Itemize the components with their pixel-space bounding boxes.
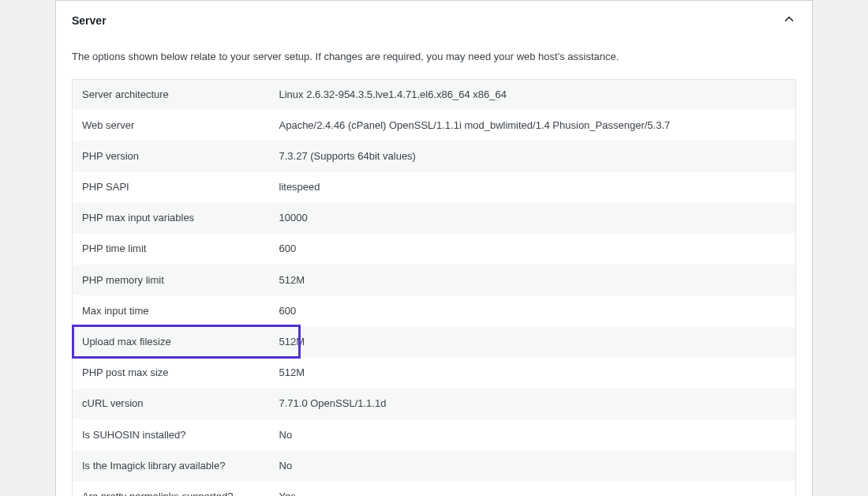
row-value: Yes (270, 481, 796, 496)
server-panel: Server The options shown below relate to… (55, 0, 813, 496)
table-row: PHP SAPIlitespeed (73, 172, 796, 203)
panel-description: The options shown below relate to your s… (72, 49, 796, 65)
row-label: Is the Imagick library available? (73, 450, 270, 481)
server-info-table: Server architectureLinux 2.6.32-954.3.5.… (72, 79, 796, 497)
row-label: PHP version (73, 141, 270, 171)
panel-title: Server (72, 14, 107, 27)
row-value: 7.3.27 (Supports 64bit values) (270, 141, 796, 171)
row-value: 600 (270, 295, 796, 326)
table-row: Are pretty permalinks supported?Yes (73, 481, 796, 496)
row-value: Apache/2.4.46 (cPanel) OpenSSL/1.1.1i mo… (270, 110, 796, 141)
table-row: Server architectureLinux 2.6.32-954.3.5.… (73, 79, 796, 110)
row-label: Server architecture (73, 79, 270, 110)
row-label: cURL version (73, 389, 270, 419)
row-label: PHP post max size (73, 358, 270, 389)
panel-body: The options shown below relate to your s… (56, 49, 812, 496)
table-row: cURL version7.71.0 OpenSSL/1.1.1d (73, 389, 796, 419)
row-label: Is SUHOSIN installed? (73, 419, 270, 450)
table-row: PHP post max size512M (73, 358, 796, 389)
row-label: Upload max filesize (73, 327, 270, 358)
row-value: 600 (270, 234, 796, 265)
row-label: Web server (73, 110, 270, 141)
table-row: Is the Imagick library available?No (73, 450, 796, 481)
row-label: Max input time (73, 295, 270, 326)
table-row: PHP time limit600 (73, 234, 796, 265)
table-container: Server architectureLinux 2.6.32-954.3.5.… (72, 79, 796, 497)
table-row: PHP version7.3.27 (Supports 64bit values… (73, 141, 796, 171)
row-value: 7.71.0 OpenSSL/1.1.1d (270, 389, 796, 419)
row-value: 512M (270, 358, 796, 389)
row-value: 512M (270, 327, 796, 358)
table-row: Max input time600 (73, 295, 796, 326)
row-value: No (270, 450, 796, 481)
table-row: Is SUHOSIN installed?No (73, 419, 796, 450)
collapse-toggle[interactable] (782, 12, 796, 28)
chevron-up-icon (782, 12, 796, 28)
row-value: litespeed (270, 172, 796, 203)
row-label: PHP time limit (73, 234, 270, 265)
table-row: PHP max input variables10000 (73, 203, 796, 234)
row-value: 512M (270, 265, 796, 295)
row-value: Linux 2.6.32-954.3.5.lve1.4.71.el6.x86_6… (270, 79, 796, 110)
panel-header[interactable]: Server (56, 1, 812, 38)
row-label: Are pretty permalinks supported? (73, 481, 270, 496)
row-label: PHP memory limit (73, 265, 270, 295)
table-row: Web serverApache/2.4.46 (cPanel) OpenSSL… (73, 110, 796, 141)
row-label: PHP SAPI (73, 172, 270, 203)
table-row: Upload max filesize512M (73, 327, 796, 358)
row-label: PHP max input variables (73, 203, 270, 234)
row-value: No (270, 419, 796, 450)
row-value: 10000 (270, 203, 796, 234)
table-row: PHP memory limit512M (73, 265, 796, 295)
